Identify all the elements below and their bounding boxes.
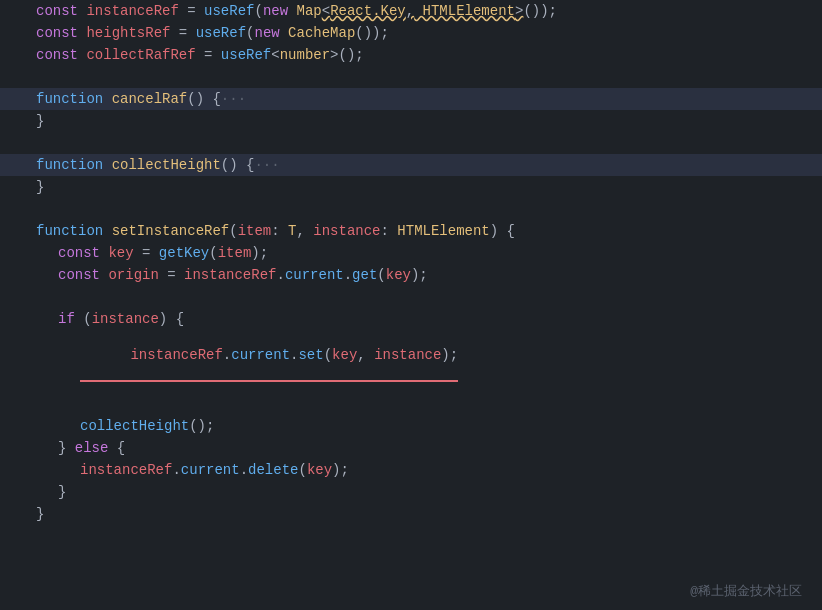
var-key4: key — [307, 462, 332, 478]
punct-brace: } — [58, 440, 75, 456]
code-line-13: const origin = instanceRef.current.get(k… — [0, 264, 822, 286]
punct: { — [108, 440, 125, 456]
punct-comma: , — [406, 3, 414, 19]
punct: , — [357, 347, 374, 363]
keyword-const: const — [58, 245, 108, 261]
comment-dots: ··· — [221, 91, 246, 107]
punct: ( — [229, 223, 237, 239]
punct: ) { — [490, 223, 515, 239]
punct: = — [159, 267, 184, 283]
code-line-17: collectHeight(); — [0, 415, 822, 437]
punct: ); — [411, 267, 428, 283]
punct-brace: } — [36, 506, 44, 522]
punct-brace: } — [36, 179, 44, 195]
punct: >(); — [330, 47, 364, 63]
kw-if: if — [58, 311, 83, 327]
prop-current: current — [285, 267, 344, 283]
punct: = — [170, 25, 195, 41]
kw-function: function — [36, 157, 112, 173]
code-line-19: instanceRef.current.delete(key); — [0, 459, 822, 481]
fn-collectHeight: collectHeight — [112, 157, 221, 173]
punct-angle-close: > — [515, 3, 523, 19]
punct: ( — [298, 462, 306, 478]
var-key3: key — [332, 347, 357, 363]
var-instance: instance — [92, 311, 159, 327]
method-get: get — [352, 267, 377, 283]
punct: ); — [251, 245, 268, 261]
code-line-18: } else { — [0, 437, 822, 459]
var-instanceRef: instanceRef — [86, 3, 178, 19]
punct: ()); — [355, 25, 389, 41]
code-line-11: function setInstanceRef(item: T, instanc… — [0, 220, 822, 242]
code-line-16: instanceRef.current.set(key, instance); — [0, 330, 822, 415]
code-line-15: if (instance) { — [0, 308, 822, 330]
code-line-12: const key = getKey(item); — [0, 242, 822, 264]
punct: < — [271, 47, 279, 63]
var-instanceRef2: instanceRef — [184, 267, 276, 283]
punct: : — [271, 223, 288, 239]
code-line-empty-2 — [0, 132, 822, 154]
type-CacheMap: CacheMap — [288, 25, 355, 41]
punct-angle: < — [322, 3, 330, 19]
code-line-empty-4 — [0, 286, 822, 308]
type-T: T — [288, 223, 296, 239]
punct: ); — [332, 462, 349, 478]
punct: ( — [209, 245, 217, 261]
punct: ) { — [159, 311, 184, 327]
punct: () { — [221, 157, 255, 173]
punct: . — [344, 267, 352, 283]
kw-function: function — [36, 223, 112, 239]
code-line-1: const instanceRef = useRef(new Map<React… — [0, 0, 822, 22]
var-key2: key — [386, 267, 411, 283]
type-Map: Map — [297, 3, 322, 19]
punct-brace: } — [36, 113, 44, 129]
code-line-2: const heightsRef = useRef(new CacheMap()… — [0, 22, 822, 44]
punct: . — [223, 347, 231, 363]
fn-setInstanceRef: setInstanceRef — [112, 223, 230, 239]
code-editor: const instanceRef = useRef(new Map<React… — [0, 0, 822, 610]
type-HTMLElement: HTMLElement — [414, 3, 515, 19]
fn-collectHeight2: collectHeight — [80, 418, 189, 434]
code-line-5: function cancelRaf() {··· — [0, 88, 822, 110]
code-line-21: } — [0, 503, 822, 525]
kw-function: function — [36, 91, 112, 107]
prop-current3: current — [181, 462, 240, 478]
keyword-const: const — [58, 267, 108, 283]
watermark: @稀土掘金技术社区 — [690, 582, 802, 600]
param-instance: instance — [313, 223, 380, 239]
punct: = — [179, 3, 204, 19]
punct: ( — [254, 3, 262, 19]
fn-cancelRaf: cancelRaf — [112, 91, 188, 107]
var-instance2: instance — [374, 347, 441, 363]
punct: = — [134, 245, 159, 261]
param-item: item — [238, 223, 272, 239]
var-origin: origin — [108, 267, 158, 283]
punct: . — [172, 462, 180, 478]
var-instanceRef4: instanceRef — [80, 462, 172, 478]
param-item2: item — [218, 245, 252, 261]
fn-useRef: useRef — [204, 3, 254, 19]
punct: () { — [187, 91, 221, 107]
code-line-6: } — [0, 110, 822, 132]
punct: , — [296, 223, 313, 239]
type-HTMLElement2: HTMLElement — [397, 223, 489, 239]
punct: ( — [377, 267, 385, 283]
type-number: number — [280, 47, 330, 63]
punct: (); — [189, 418, 214, 434]
punct-paren: ()); — [523, 3, 557, 19]
punct: = — [196, 47, 221, 63]
punct: ( — [83, 311, 91, 327]
var-instanceRef3: instanceRef — [130, 347, 222, 363]
punct: ); — [441, 347, 458, 363]
punct: ( — [246, 25, 254, 41]
kw-new: new — [263, 3, 297, 19]
punct-brace: } — [58, 484, 66, 500]
prop-current2: current — [231, 347, 290, 363]
punct: . — [276, 267, 284, 283]
comment-dots: ··· — [254, 157, 279, 173]
keyword-const: const — [36, 3, 86, 19]
punct: : — [381, 223, 398, 239]
code-line-3: const collectRafRef = useRef<number>(); — [0, 44, 822, 66]
kw-new: new — [254, 25, 288, 41]
punct: ( — [324, 347, 332, 363]
